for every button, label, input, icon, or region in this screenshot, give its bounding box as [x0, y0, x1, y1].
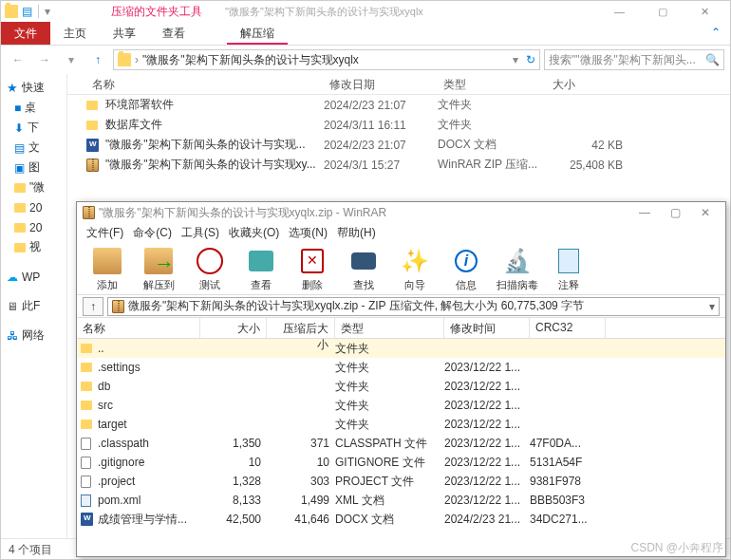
up-button[interactable]: ↑: [83, 297, 103, 316]
back-button[interactable]: ←: [7, 48, 29, 71]
sidebar-quick-access[interactable]: ★快速: [1, 78, 66, 98]
winrar-maximize[interactable]: ▢: [661, 204, 689, 221]
up-button[interactable]: ↑: [86, 48, 109, 71]
file-row[interactable]: 环境部署软件2024/2/23 21:07文件夹: [67, 95, 730, 115]
tab-file[interactable]: 文件: [1, 22, 50, 45]
col-size[interactable]: 大小: [547, 74, 623, 94]
file-icon: [81, 476, 91, 488]
sidebar-item[interactable]: 20: [1, 217, 66, 237]
forward-button[interactable]: →: [33, 48, 56, 71]
sidebar: ★快速 ■桌 ⬇下 ▤文 ▣图 "微 20 20 视 ☁WP 🖥此F 🖧网络: [1, 74, 67, 537]
tool-wizard[interactable]: ✨向导: [390, 244, 440, 292]
tool-test[interactable]: 测试: [185, 244, 234, 292]
window-controls: — ▢ ✕: [598, 1, 726, 22]
winrar-file-rows: ..文件夹.settings文件夹2023/12/22 1...db文件夹202…: [77, 339, 725, 555]
qat-separator: [38, 5, 39, 18]
sidebar-item[interactable]: ⬇下: [1, 118, 66, 138]
menu-fav[interactable]: 收藏夹(O): [225, 225, 283, 240]
tool-virus[interactable]: 🔬扫描病毒: [493, 244, 542, 292]
file-icon: [81, 438, 91, 450]
path-box[interactable]: 微服务"架构下新闻头条的设计与实现xyqlx.zip - ZIP 压缩文件, 解…: [107, 297, 720, 316]
close-button[interactable]: ✕: [684, 1, 726, 22]
col-packed[interactable]: 压缩后大小: [267, 318, 335, 338]
col-name[interactable]: 名称: [86, 74, 324, 94]
tab-extract[interactable]: 解压缩: [227, 22, 288, 45]
tool-add[interactable]: 添加: [83, 244, 132, 292]
folder-icon: [14, 243, 26, 252]
sidebar-item[interactable]: "微: [1, 177, 66, 197]
tool-comment[interactable]: 注释: [544, 244, 593, 292]
folder-icon: [5, 5, 18, 18]
archive-row[interactable]: .project1,328303PROJECT 文件2023/12/22 1..…: [77, 472, 725, 491]
sidebar-network[interactable]: 🖧网络: [1, 326, 66, 345]
tool-find[interactable]: 查找: [339, 244, 388, 292]
delete-icon: [301, 249, 324, 273]
col-date[interactable]: 修改日期: [324, 74, 438, 94]
docx-icon: [86, 139, 99, 152]
col-mtime[interactable]: 修改时间: [444, 318, 530, 338]
menu-help[interactable]: 帮助(H): [333, 225, 380, 240]
sidebar-thispc[interactable]: 🖥此F: [1, 296, 66, 316]
tool-view[interactable]: 查看: [236, 244, 286, 292]
folder-icon: [14, 183, 26, 193]
search-icon[interactable]: 🔍: [705, 53, 720, 66]
chevron-down-icon[interactable]: ▾: [709, 300, 715, 313]
tab-view[interactable]: 查看: [149, 22, 198, 45]
winrar-path-bar: ↑ 微服务"架构下新闻头条的设计与实现xyqlx.zip - ZIP 压缩文件,…: [77, 295, 725, 318]
col-name[interactable]: 名称: [77, 318, 200, 338]
sidebar-item[interactable]: 20: [1, 197, 66, 217]
title-bar: ▤ ▾ 压缩的文件夹工具 "微服务"架构下新闻头条的设计与实现xyqlx — ▢…: [1, 1, 730, 22]
col-crc[interactable]: CRC32: [530, 318, 606, 338]
sidebar-item[interactable]: ▤文: [1, 138, 66, 158]
archive-row[interactable]: pom.xml8,1331,499XML 文档2023/12/22 1...BB…: [77, 491, 725, 510]
file-row[interactable]: "微服务"架构下新闻头条的设计与实现...2024/2/23 21:07DOCX…: [67, 135, 730, 155]
test-icon: [197, 248, 223, 274]
file-row[interactable]: "微服务"架构下新闻头条的设计与实现xy...2024/3/1 15:27Win…: [67, 155, 730, 175]
qat-props-icon[interactable]: ▤: [22, 5, 32, 18]
winrar-title: "微服务"架构下新闻头条的设计与实现xyqlx.zip - WinRAR: [99, 205, 386, 221]
tool-info[interactable]: i信息: [441, 244, 491, 292]
sidebar-item[interactable]: 视: [1, 237, 66, 257]
archive-row[interactable]: ..文件夹: [77, 339, 725, 358]
archive-row[interactable]: .classpath1,350371CLASSPATH 文件2023/12/22…: [77, 434, 725, 453]
refresh-icon[interactable]: ↻: [526, 53, 535, 66]
col-type[interactable]: 类型: [335, 318, 444, 338]
info-icon: i: [455, 250, 478, 272]
tab-share[interactable]: 共享: [100, 22, 149, 45]
tab-home[interactable]: 主页: [50, 22, 100, 45]
folder-icon: [86, 101, 98, 110]
archive-row[interactable]: target文件夹2023/12/22 1...: [77, 415, 725, 434]
winrar-title-bar: "微服务"架构下新闻头条的设计与实现xyqlx.zip - WinRAR — ▢…: [77, 202, 725, 223]
qat-dropdown-icon[interactable]: ▾: [45, 5, 50, 18]
comment-icon: [558, 249, 579, 273]
menu-cmd[interactable]: 命令(C): [129, 225, 176, 240]
breadcrumb-text[interactable]: "微服务"架构下新闻头条的设计与实现xyqlx: [142, 52, 359, 68]
file-row[interactable]: 数据库文件2024/3/11 16:11文件夹: [67, 115, 730, 135]
network-icon: 🖧: [7, 329, 18, 343]
maximize-button[interactable]: ▢: [641, 1, 684, 22]
sidebar-wp[interactable]: ☁WP: [1, 267, 66, 287]
menu-opt[interactable]: 选项(N): [285, 225, 331, 240]
view-icon: [249, 251, 273, 271]
minimize-button[interactable]: —: [598, 1, 641, 22]
col-size[interactable]: 大小: [200, 318, 267, 338]
tool-delete[interactable]: 删除: [288, 244, 337, 292]
winrar-close[interactable]: ✕: [691, 204, 720, 221]
search-input[interactable]: 搜索""微服务"架构下新闻头... 🔍: [544, 49, 724, 70]
winrar-minimize[interactable]: —: [630, 204, 659, 221]
ribbon-expand-icon[interactable]: ⌃: [702, 22, 730, 45]
col-type[interactable]: 类型: [438, 74, 547, 94]
archive-row[interactable]: 成绩管理与学情...42,50041,646DOCX 文档2024/2/23 2…: [77, 510, 725, 529]
recent-dropdown[interactable]: ▾: [60, 48, 83, 71]
tool-extract[interactable]: 解压到: [134, 244, 183, 292]
breadcrumb-box[interactable]: › "微服务"架构下新闻头条的设计与实现xyqlx ▾ ↻: [113, 49, 540, 70]
archive-row[interactable]: .gitignore1010GITIGNORE 文件2023/12/22 1..…: [77, 453, 725, 472]
menu-tool[interactable]: 工具(S): [178, 225, 223, 240]
desktop-icon: ■: [14, 102, 21, 115]
menu-file[interactable]: 文件(F): [83, 225, 127, 240]
archive-row[interactable]: src文件夹2023/12/22 1...: [77, 396, 725, 415]
archive-row[interactable]: .settings文件夹2023/12/22 1...: [77, 358, 725, 377]
sidebar-item[interactable]: ■桌: [1, 98, 66, 118]
sidebar-item[interactable]: ▣图: [1, 158, 66, 177]
archive-row[interactable]: db文件夹2023/12/22 1...: [77, 377, 725, 396]
